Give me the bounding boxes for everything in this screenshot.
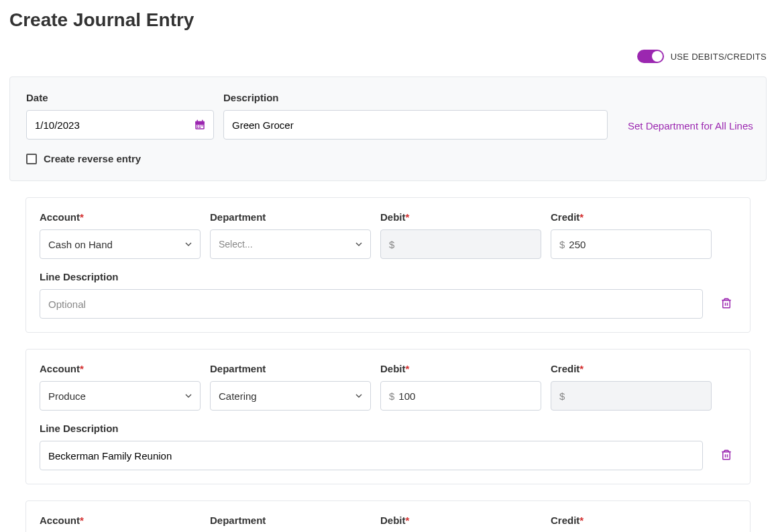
account-value: Cash on Hand (48, 239, 113, 250)
journal-line: Account* Cash on Hand Department Select.… (25, 197, 751, 333)
line-description-input[interactable] (40, 441, 703, 470)
account-label: Account* (40, 211, 201, 223)
chevron-down-icon (185, 392, 192, 399)
currency-symbol: $ (389, 239, 394, 250)
department-label: Department (210, 211, 371, 223)
create-reverse-label: Create reverse entry (44, 153, 141, 164)
journal-line: Account* Produce Department Catering Deb… (25, 349, 751, 484)
line-description-value[interactable] (48, 299, 694, 310)
line-description-label: Line Description (40, 423, 736, 434)
department-value: Catering (219, 390, 257, 402)
line-description-label: Line Description (40, 271, 736, 282)
date-input[interactable] (26, 110, 214, 140)
calendar-icon[interactable] (194, 119, 206, 131)
description-field: Description (223, 92, 608, 140)
description-input-value[interactable] (232, 119, 599, 131)
account-select[interactable]: Produce (40, 381, 201, 411)
department-label: Department (210, 515, 371, 526)
description-label: Description (223, 92, 608, 103)
svg-rect-2 (197, 120, 199, 123)
journal-line: Account* Paper Products Department Count… (25, 500, 751, 532)
svg-rect-5 (197, 125, 199, 127)
department-select[interactable]: Select... (210, 229, 371, 259)
svg-rect-8 (197, 127, 199, 128)
debit-label: Debit* (380, 363, 541, 374)
account-value: Produce (48, 390, 86, 402)
department-label: Department (210, 363, 371, 374)
department-select[interactable]: Catering (210, 381, 371, 411)
svg-rect-10 (723, 301, 730, 308)
credit-label: Credit* (551, 515, 712, 526)
currency-symbol: $ (559, 390, 565, 402)
debit-input: $ (380, 229, 541, 259)
svg-rect-6 (199, 125, 201, 127)
date-field: Date (26, 92, 214, 140)
credit-input: $ (551, 381, 712, 411)
debit-value[interactable] (398, 390, 533, 402)
delete-line-button[interactable] (716, 290, 736, 319)
date-input-value[interactable] (35, 119, 188, 131)
currency-symbol: $ (389, 390, 394, 402)
chevron-down-icon (355, 392, 362, 399)
chevron-down-icon (185, 241, 192, 248)
line-description-value[interactable] (48, 450, 694, 462)
entry-header-card: Date (9, 76, 767, 181)
department-placeholder: Select... (219, 239, 253, 250)
currency-symbol: $ (559, 239, 565, 250)
credit-label: Credit* (551, 363, 712, 374)
svg-rect-11 (723, 452, 730, 460)
description-input[interactable] (223, 110, 608, 140)
credit-value[interactable] (569, 239, 703, 250)
debit-label: Debit* (380, 211, 541, 223)
use-debits-credits-label: USE DEBITS/CREDITS (671, 52, 767, 62)
debit-input[interactable]: $ (380, 381, 541, 411)
debit-label: Debit* (380, 515, 541, 526)
trash-icon (720, 297, 732, 310)
account-select[interactable]: Cash on Hand (40, 229, 201, 259)
credit-input[interactable]: $ (551, 229, 712, 259)
trash-icon (720, 448, 732, 462)
page-title: Create Journal Entry (9, 9, 767, 31)
account-label: Account* (40, 515, 201, 526)
debit-value (398, 239, 533, 250)
svg-rect-3 (202, 120, 203, 123)
svg-rect-9 (199, 127, 201, 128)
svg-rect-7 (201, 125, 203, 127)
credit-value (569, 390, 703, 402)
account-label: Account* (40, 363, 201, 374)
line-description-input[interactable] (40, 289, 703, 319)
chevron-down-icon (355, 241, 362, 248)
use-debits-credits-toggle[interactable] (637, 50, 664, 63)
credit-label: Credit* (551, 211, 712, 223)
create-reverse-checkbox[interactable] (26, 154, 37, 164)
set-department-all-link[interactable]: Set Department for All Lines (617, 120, 753, 140)
delete-line-button[interactable] (716, 441, 736, 470)
date-label: Date (26, 92, 214, 103)
svg-rect-1 (195, 121, 205, 124)
